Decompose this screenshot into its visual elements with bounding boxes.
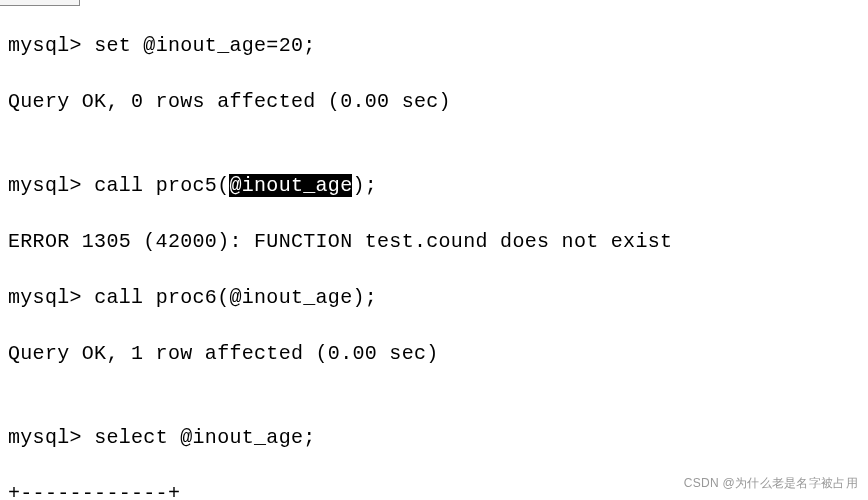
command-text: set @inout_age=20; <box>94 34 315 57</box>
terminal-line: mysql> set @inout_age=20; <box>8 32 860 60</box>
terminal-line: mysql> call proc5(@inout_age); <box>8 172 860 200</box>
prompt: mysql> <box>8 34 94 57</box>
command-text: call proc6(@inout_age); <box>94 286 377 309</box>
prompt: mysql> <box>8 286 94 309</box>
terminal-line: Query OK, 0 rows affected (0.00 sec) <box>8 88 860 116</box>
error-line: ERROR 1305 (42000): FUNCTION test.cound … <box>8 228 860 256</box>
terminal-output: mysql> set @inout_age=20; Query OK, 0 ro… <box>8 4 860 500</box>
command-text: call proc5( <box>94 174 229 197</box>
watermark: CSDN @为什么老是名字被占用 <box>684 475 858 492</box>
terminal-line: mysql> select @inout_age; <box>8 424 860 452</box>
terminal-line: mysql> call proc6(@inout_age); <box>8 284 860 312</box>
tab-fragment <box>0 0 80 6</box>
command-text: ); <box>352 174 377 197</box>
terminal-line: Query OK, 1 row affected (0.00 sec) <box>8 340 860 368</box>
prompt: mysql> <box>8 174 94 197</box>
prompt: mysql> <box>8 426 94 449</box>
highlighted-text: @inout_age <box>229 174 352 197</box>
command-text: select @inout_age; <box>94 426 315 449</box>
